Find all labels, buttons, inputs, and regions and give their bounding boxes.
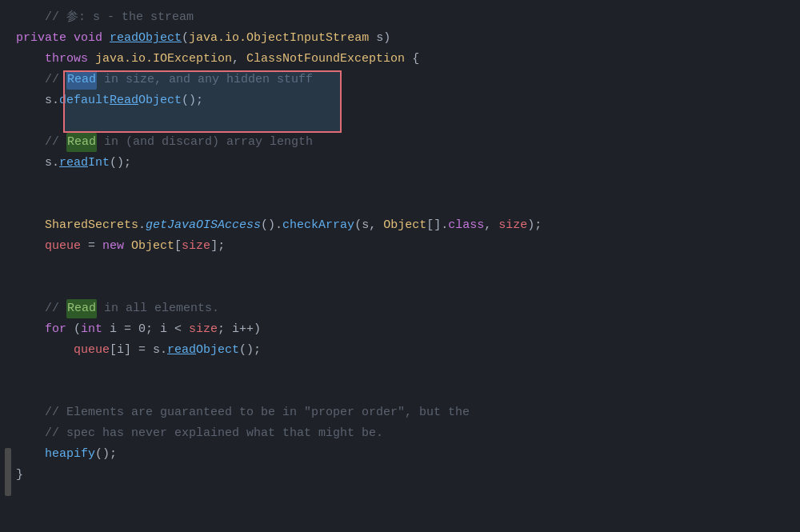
comment-rest: in size, and any hidden stuff bbox=[97, 70, 313, 90]
read-highlight-green2: Read bbox=[66, 299, 97, 318]
method-checkarray: checkArray bbox=[282, 216, 354, 235]
code-line-empty4 bbox=[0, 258, 800, 278]
code-line: private void readObject ( java.io.Object… bbox=[0, 29, 800, 50]
comment-spec: // spec has never explained what that mi… bbox=[45, 424, 383, 443]
exception-type2: ClassNotFoundException bbox=[246, 50, 405, 69]
keyword-for: for bbox=[45, 320, 66, 339]
code-line-default-read: s. defaultReadObject(); bbox=[0, 91, 800, 112]
method-int: Int bbox=[88, 154, 110, 173]
type-name: java.io.ObjectInputStream bbox=[189, 29, 369, 48]
method-default: default bbox=[59, 91, 110, 110]
code-line-comment-read3: // Read in all elements. bbox=[0, 299, 800, 320]
code-line-empty7 bbox=[0, 382, 800, 403]
code-line-comment-spec: // spec has never explained what that mi… bbox=[0, 424, 800, 445]
code-line-empty3 bbox=[0, 195, 800, 216]
read-highlight-green: Read bbox=[66, 133, 97, 152]
method-getjavaois: getJavaOISAccess bbox=[146, 216, 261, 235]
read-highlight-blue: Read bbox=[66, 70, 97, 90]
var-queue2: queue bbox=[74, 341, 110, 360]
comment-slash2: // bbox=[45, 133, 66, 152]
code-line-comment-read2: // Read in (and discard) array length bbox=[0, 133, 800, 154]
code-line-empty5 bbox=[0, 278, 800, 299]
type-object2: Object bbox=[131, 237, 174, 256]
method-read: Read bbox=[110, 91, 138, 110]
comment-rest3: in all elements. bbox=[97, 299, 219, 318]
keyword-throws: throws bbox=[45, 50, 88, 69]
code-line: throws java.io.IOException , ClassNotFou… bbox=[0, 50, 800, 70]
method-heapify: heapify bbox=[45, 445, 95, 464]
method-readint: read bbox=[59, 154, 88, 173]
code-line-for: for ( int i = 0; i < size ; i++) bbox=[0, 320, 800, 341]
code-line-queue: queue = new Object [ size ]; bbox=[0, 237, 800, 258]
code-line-empty6 bbox=[0, 362, 800, 382]
keyword-private: private bbox=[16, 29, 66, 48]
code-line-empty2 bbox=[0, 174, 800, 195]
comment-elements: // Elements are guaranteed to be in "pro… bbox=[45, 403, 470, 422]
comment-slash: // bbox=[45, 70, 66, 90]
type-object: Object bbox=[383, 216, 426, 235]
comment-slash3: // bbox=[45, 299, 66, 318]
code-editor: // 参: s - the stream private void readOb… bbox=[0, 0, 800, 532]
code-line: // 参: s - the stream bbox=[0, 8, 800, 29]
method-object2: Object bbox=[196, 341, 239, 360]
var-size: size bbox=[498, 216, 527, 235]
keyword-void: void bbox=[74, 29, 102, 48]
comment-rest2: in (and discard) array length bbox=[97, 133, 313, 152]
code-line-heapify: heapify (); bbox=[0, 445, 800, 466]
code-line-comment-elements: // Elements are guaranteed to be in "pro… bbox=[0, 403, 800, 424]
keyword-new: new bbox=[102, 237, 124, 256]
comment-text: // 参: s - the stream bbox=[16, 8, 194, 27]
code-line-queue-assign: queue [i] = s. readObject(); bbox=[0, 341, 800, 362]
method-object: Object bbox=[138, 91, 182, 110]
code-line-close: } bbox=[0, 466, 800, 486]
code-line-sharedsecrets: SharedSecrets . getJavaOISAccess (). che… bbox=[0, 216, 800, 237]
keyword-int: int bbox=[81, 320, 102, 339]
keyword-class: class bbox=[448, 216, 484, 235]
var-size2: size bbox=[182, 237, 210, 256]
method-read2: read bbox=[167, 341, 196, 360]
exception-type: java.io.IOException bbox=[95, 50, 232, 69]
code-line-readint: s. readInt(); bbox=[0, 154, 800, 174]
var-size3: size bbox=[189, 320, 218, 339]
code-line-comment-read: // Read in size, and any hidden stuff bbox=[0, 70, 800, 91]
method-name: readObject bbox=[110, 29, 182, 48]
code-line-empty bbox=[0, 112, 800, 133]
class-sharedsecrets: SharedSecrets bbox=[45, 216, 138, 235]
var-queue: queue bbox=[45, 237, 81, 256]
